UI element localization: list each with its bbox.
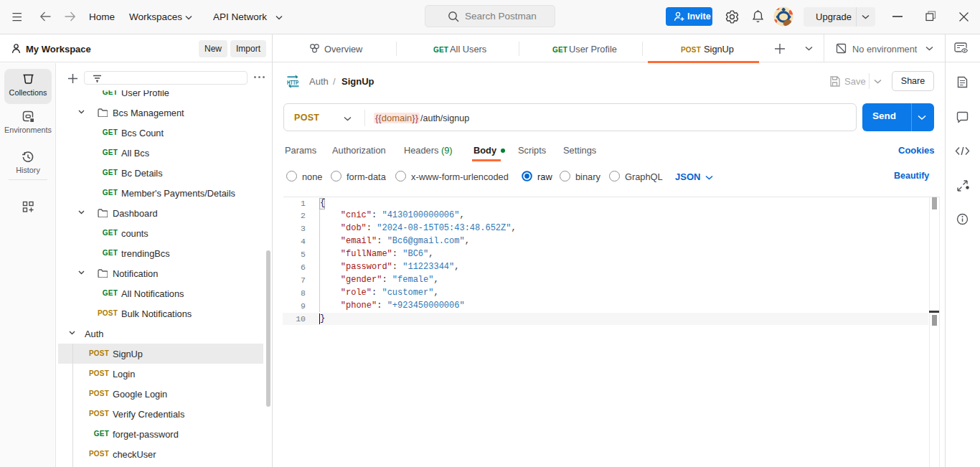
svg-text:HTTP: HTTP	[287, 79, 298, 86]
